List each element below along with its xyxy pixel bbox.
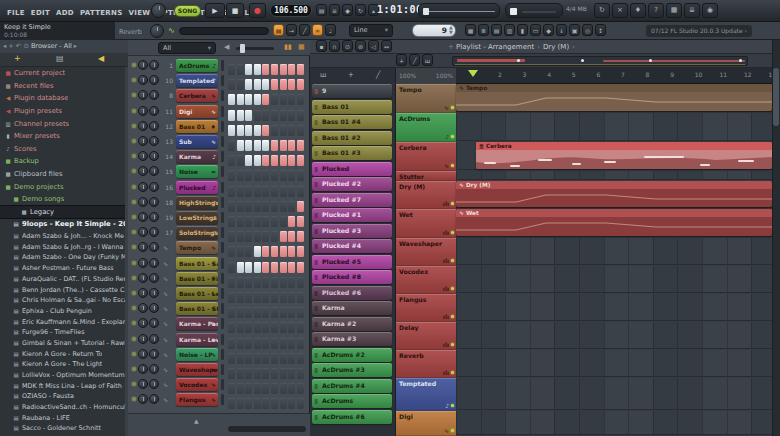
pan-knob[interactable] bbox=[138, 227, 148, 237]
export-icon[interactable]: ⇊ bbox=[684, 3, 700, 18]
playlist-track-waveshaper[interactable]: Waveshaperılı bbox=[396, 238, 456, 266]
mini-preview[interactable] bbox=[221, 288, 224, 299]
channel-button-karma-pan[interactable]: Karma - Pan∿ bbox=[176, 317, 218, 330]
mini-preview[interactable] bbox=[221, 394, 224, 405]
playback-tool-icon[interactable]: ◁ bbox=[368, 40, 379, 52]
breadcrumb-main[interactable]: Playlist - Arrangement bbox=[456, 43, 534, 51]
pan-knob[interactable] bbox=[138, 379, 148, 389]
pattern-bass-01-4[interactable]: ≣Bass 01 #4 bbox=[312, 115, 392, 129]
keyboard-editor-icon[interactable]: ▦ bbox=[298, 43, 305, 51]
save-icon[interactable]: ▦ bbox=[666, 3, 682, 18]
breadcrumb[interactable]: + Playlist - Arrangement›Dry (M)› bbox=[448, 40, 578, 54]
mute-led[interactable] bbox=[132, 397, 136, 401]
browser-item-plugin-database[interactable]: ◀Plugin database bbox=[0, 92, 125, 105]
channel-button-flangus[interactable]: Flangus∿ bbox=[176, 393, 218, 406]
typing-keyboard-icon[interactable]: ▤ bbox=[316, 4, 327, 16]
forward-icon[interactable]: ▸ bbox=[74, 42, 77, 50]
mute-led[interactable] bbox=[132, 93, 136, 97]
mute-led[interactable] bbox=[132, 185, 136, 189]
pan-knob[interactable] bbox=[138, 318, 148, 328]
mute-led[interactable] bbox=[132, 78, 136, 82]
mute-led[interactable] bbox=[132, 245, 136, 249]
mute-led[interactable] bbox=[132, 154, 136, 158]
stop-button[interactable]: ■ bbox=[226, 3, 244, 18]
mini-preview[interactable] bbox=[221, 379, 224, 390]
automation-curve-icon[interactable]: ∿ bbox=[158, 334, 173, 345]
browser-item-scores[interactable]: ♪Scores bbox=[0, 143, 125, 156]
sync-icon[interactable]: ↻ bbox=[594, 3, 610, 18]
song-mode-toggle[interactable]: SONG bbox=[174, 5, 201, 17]
mute-led[interactable] bbox=[132, 215, 136, 219]
browser-item-furge96-timeflies[interactable]: ▤Furge96 - TimeFlies bbox=[0, 327, 125, 338]
channel-button-bass-01[interactable]: Bass 01♦ bbox=[176, 120, 218, 133]
mini-preview[interactable] bbox=[221, 90, 224, 101]
playlist-overview-scrollbar[interactable] bbox=[452, 56, 748, 66]
grid-lane-vocodex[interactable] bbox=[456, 266, 772, 293]
browser-item-eric-kauffmann-mind-exoplanet[interactable]: ▤Eric Kauffmann &.Mind - Exoplanet bbox=[0, 316, 125, 327]
draw-icon[interactable]: ╱ bbox=[299, 24, 310, 36]
step-cell[interactable] bbox=[237, 398, 244, 409]
playlist-track-flangus[interactable]: Flangusılı bbox=[396, 294, 456, 322]
graph-editor-icon[interactable]: ▮▮ bbox=[284, 43, 292, 51]
pattern-acdrums-6[interactable]: ≣AcDrums #6 bbox=[312, 410, 392, 424]
clip-tempo[interactable]: ∿ Tempo bbox=[456, 84, 772, 111]
time-display[interactable]: 1:01:00 bbox=[377, 4, 423, 15]
channel-button-sub[interactable]: Sub∿ bbox=[176, 135, 218, 148]
channel-button-vocodex[interactable]: Vocodex∿ bbox=[176, 378, 218, 391]
playlist-track-temptated[interactable]: Temptated♪ bbox=[396, 378, 456, 411]
channel-button-noise-lp[interactable]: Noise - LP∿ bbox=[176, 348, 218, 361]
track-enable-led[interactable] bbox=[451, 343, 454, 346]
track-enable-led[interactable] bbox=[451, 259, 454, 262]
mute-led[interactable] bbox=[132, 321, 136, 325]
playlist-track-wet[interactable]: Wetılı bbox=[396, 209, 456, 238]
channel-button-karma-level[interactable]: Karma - Level∿ bbox=[176, 333, 218, 346]
automation-curve-icon[interactable]: ∿ bbox=[158, 303, 173, 314]
blend-recording-icon[interactable]: ◆ bbox=[342, 4, 353, 16]
track-enable-led[interactable] bbox=[451, 164, 454, 167]
channel-button-cerbera[interactable]: Cerbera∿ bbox=[176, 89, 218, 102]
browser-item-adam-szabo-joh-rg-i-wanna-be[interactable]: ▤Adam Szabo & Joh..rg - I Wanna Be bbox=[0, 241, 125, 252]
channel-button-waveshaper[interactable]: Waveshaper∿ bbox=[176, 363, 218, 376]
automation-curve-icon[interactable]: ∿ bbox=[158, 394, 173, 405]
pattern-karma[interactable]: ≣Karma bbox=[312, 301, 392, 315]
track-enable-led[interactable] bbox=[451, 202, 454, 205]
pattern-bass-01-3[interactable]: ≣Bass 01 #3 bbox=[312, 146, 392, 160]
browser-header[interactable]: ◂ + ↶ ⊙ Browser - All ▸ bbox=[0, 40, 128, 53]
pattern-slide-icon[interactable]: ╱ bbox=[376, 68, 380, 83]
slide-icon[interactable]: ╱ bbox=[409, 54, 420, 66]
playlist-track-acdrums[interactable]: AcDrums♪ bbox=[396, 113, 456, 142]
select-tool-icon[interactable]: ∩ bbox=[329, 40, 340, 52]
piano-roll-icon[interactable]: ▤ bbox=[491, 24, 502, 36]
one-click-audio-icon[interactable]: ▦ bbox=[465, 24, 476, 36]
pattern-plucked-4[interactable]: ≣Plucked #4 bbox=[312, 239, 392, 253]
pattern-plucked-5[interactable]: ≣Plucked #5 bbox=[312, 255, 392, 269]
clip-header[interactable]: ≣ Cerbera bbox=[476, 142, 772, 150]
pattern-bass-01-2[interactable]: ≣Bass 01 #2 bbox=[312, 131, 392, 145]
pan-knob[interactable] bbox=[138, 75, 148, 85]
automation-curve-icon[interactable]: ∿ bbox=[158, 273, 173, 284]
channel-number[interactable]: 15 bbox=[158, 166, 173, 177]
pan-knob[interactable] bbox=[138, 273, 148, 283]
pan-knob[interactable] bbox=[138, 212, 148, 222]
browser-item-radioactivesand-ch-homunculus[interactable]: ▤RadioactiveSand..ch - Homunculus bbox=[0, 402, 125, 413]
pan-knob[interactable] bbox=[138, 258, 148, 268]
mini-preview[interactable] bbox=[221, 242, 224, 253]
menu-icon[interactable]: + bbox=[448, 43, 456, 51]
menu-view[interactable]: VIEW bbox=[129, 2, 151, 24]
pattern-bass-01[interactable]: ≣Bass 01 bbox=[312, 100, 392, 114]
scroll-up-icon[interactable]: ▲ bbox=[194, 417, 199, 424]
automation-curve-icon[interactable]: ∿ bbox=[158, 288, 173, 299]
clip-header[interactable]: ∿ Wet bbox=[456, 209, 772, 217]
pattern-picker-icon[interactable]: ш bbox=[422, 54, 433, 66]
browser-item-clipboard-files[interactable]: ■Clipboard files bbox=[0, 168, 125, 181]
pattern-karma-3[interactable]: ≣Karma #3 bbox=[312, 332, 392, 346]
pan-knob[interactable] bbox=[138, 106, 148, 116]
mini-preview[interactable] bbox=[221, 258, 224, 269]
pan-knob[interactable] bbox=[138, 136, 148, 146]
mini-preview[interactable] bbox=[221, 121, 224, 132]
mic-icon[interactable]: ♦ bbox=[630, 3, 646, 18]
mute-tool-icon[interactable]: ⊘ bbox=[355, 40, 366, 52]
menu-edit[interactable]: EDIT bbox=[31, 2, 50, 24]
typing-to-piano-icon[interactable]: ▤ bbox=[273, 24, 284, 36]
browser-item-demo-projects[interactable]: ■Demo projects bbox=[0, 180, 125, 193]
